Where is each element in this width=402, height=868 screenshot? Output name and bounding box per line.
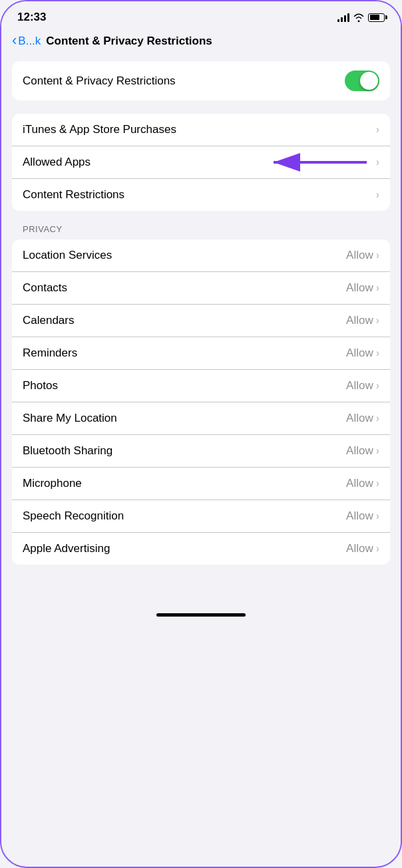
purple-arrow-annotation	[264, 146, 370, 179]
content-restrictions-right: ›	[376, 189, 379, 201]
microphone-label: Microphone	[23, 477, 82, 490]
wifi-icon	[353, 13, 364, 22]
list-item-bluetooth-sharing[interactable]: Bluetooth Sharing Allow ›	[12, 435, 390, 468]
calendars-label: Calendars	[23, 314, 75, 327]
allowed-apps-right: ›	[376, 156, 379, 168]
list-item-contacts[interactable]: Contacts Allow ›	[12, 272, 390, 305]
photos-right: Allow ›	[346, 379, 379, 392]
chevron-right-icon: ›	[376, 380, 379, 392]
privacy-section: PRIVACY Location Services Allow › Contac…	[12, 224, 390, 565]
content: Content & Privacy Restrictions iTunes & …	[1, 56, 401, 570]
list-item-speech-recognition[interactable]: Speech Recognition Allow ›	[12, 500, 390, 533]
contacts-value: Allow	[346, 281, 373, 295]
signal-icon	[337, 13, 349, 22]
bluetooth-sharing-value: Allow	[346, 444, 373, 458]
list-item-location-services[interactable]: Location Services Allow ›	[12, 239, 390, 272]
menu-section: iTunes & App Store Purchases › Allowed A…	[12, 114, 390, 211]
apple-advertising-label: Apple Advertising	[23, 542, 110, 555]
share-my-location-right: Allow ›	[346, 412, 379, 425]
photos-value: Allow	[346, 379, 373, 392]
apple-advertising-right: Allow ›	[346, 542, 379, 555]
bluetooth-sharing-label: Bluetooth Sharing	[23, 444, 112, 458]
main-toggle-label: Content & Privacy Restrictions	[23, 74, 176, 88]
list-item-calendars[interactable]: Calendars Allow ›	[12, 305, 390, 337]
status-time: 12:33	[17, 11, 46, 24]
list-item-allowed-apps[interactable]: Allowed Apps ›	[12, 146, 390, 179]
battery-icon	[368, 13, 385, 22]
calendars-value: Allow	[346, 314, 373, 327]
speech-recognition-right: Allow ›	[346, 509, 379, 523]
contacts-label: Contacts	[23, 281, 67, 295]
main-toggle-row[interactable]: Content & Privacy Restrictions	[12, 61, 390, 100]
chevron-right-icon: ›	[376, 315, 379, 327]
main-toggle-section: Content & Privacy Restrictions	[12, 61, 390, 100]
home-indicator	[156, 613, 246, 617]
bluetooth-sharing-right: Allow ›	[346, 444, 379, 458]
itunes-right: ›	[376, 124, 379, 136]
itunes-label: iTunes & App Store Purchases	[23, 123, 176, 136]
status-icons	[337, 13, 385, 22]
photos-label: Photos	[23, 379, 58, 392]
list-item-photos[interactable]: Photos Allow ›	[12, 370, 390, 402]
chevron-right-icon: ›	[376, 249, 379, 261]
list-item-reminders[interactable]: Reminders Allow ›	[12, 337, 390, 370]
speech-recognition-value: Allow	[346, 509, 373, 523]
reminders-value: Allow	[346, 347, 373, 360]
list-item-apple-advertising[interactable]: Apple Advertising Allow ›	[12, 533, 390, 565]
nav-bar: ‹ B...k Content & Privacy Restrictions	[1, 29, 401, 56]
share-my-location-label: Share My Location	[23, 412, 117, 425]
main-toggle-switch[interactable]	[345, 71, 379, 91]
chevron-right-icon: ›	[376, 543, 379, 555]
location-services-label: Location Services	[23, 249, 112, 262]
menu-card: iTunes & App Store Purchases › Allowed A…	[12, 114, 390, 211]
chevron-right-icon: ›	[376, 156, 379, 168]
back-button[interactable]: ‹ B...k	[12, 35, 41, 48]
chevron-right-icon: ›	[376, 189, 379, 201]
content-restrictions-label: Content Restrictions	[23, 188, 124, 202]
contacts-right: Allow ›	[346, 281, 379, 295]
allowed-apps-label: Allowed Apps	[23, 156, 91, 169]
speech-recognition-label: Speech Recognition	[23, 509, 124, 523]
page-title: Content & Privacy Restrictions	[46, 35, 212, 48]
chevron-right-icon: ›	[376, 347, 379, 359]
list-item-itunes[interactable]: iTunes & App Store Purchases ›	[12, 114, 390, 146]
chevron-right-icon: ›	[376, 282, 379, 294]
toggle-knob	[360, 72, 378, 90]
reminders-right: Allow ›	[346, 347, 379, 360]
share-my-location-value: Allow	[346, 412, 373, 425]
reminders-label: Reminders	[23, 347, 77, 360]
main-toggle-card: Content & Privacy Restrictions	[12, 61, 390, 100]
microphone-right: Allow ›	[346, 477, 379, 490]
back-chevron-icon: ‹	[12, 33, 17, 48]
list-item-share-my-location[interactable]: Share My Location Allow ›	[12, 402, 390, 435]
microphone-value: Allow	[346, 477, 373, 490]
back-text: B...k	[18, 35, 41, 48]
calendars-right: Allow ›	[346, 314, 379, 327]
location-services-right: Allow ›	[346, 249, 379, 262]
privacy-card: Location Services Allow › Contacts Allow…	[12, 239, 390, 565]
apple-advertising-value: Allow	[346, 542, 373, 555]
chevron-right-icon: ›	[376, 445, 379, 457]
chevron-right-icon: ›	[376, 124, 379, 136]
chevron-right-icon: ›	[376, 478, 379, 490]
chevron-right-icon: ›	[376, 510, 379, 522]
status-bar: 12:33	[1, 1, 401, 29]
list-item-microphone[interactable]: Microphone Allow ›	[12, 468, 390, 500]
chevron-right-icon: ›	[376, 412, 379, 424]
location-services-value: Allow	[346, 249, 373, 262]
list-item-content-restrictions[interactable]: Content Restrictions ›	[12, 179, 390, 211]
privacy-section-label: PRIVACY	[12, 224, 390, 234]
